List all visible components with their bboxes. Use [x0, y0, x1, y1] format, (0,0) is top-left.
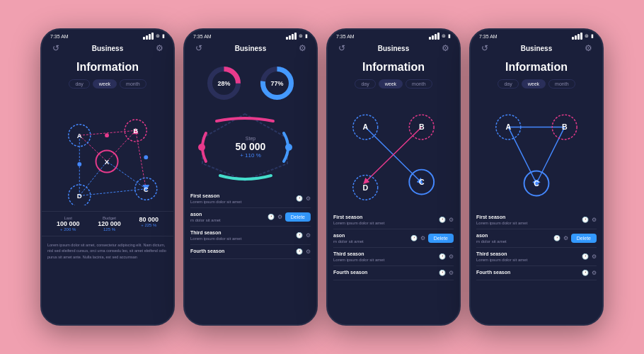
- list-item-4-4: Fourth season 🕐 ⚙: [476, 266, 597, 280]
- network-diagram-1: A B X D C: [42, 96, 173, 205]
- svg-text:D: D: [362, 183, 368, 192]
- tab-week-4[interactable]: week: [522, 79, 546, 88]
- clock-icon-4-1: 🕐: [582, 217, 589, 223]
- svg-text:A: A: [505, 122, 511, 131]
- svg-text:C: C: [534, 179, 539, 188]
- svg-point-28: [198, 144, 205, 151]
- hex-center: Step 50 000 + 110 %: [236, 136, 266, 159]
- gear-icon[interactable]: ⚙: [306, 195, 311, 202]
- donut-1: 28%: [205, 64, 243, 103]
- back-icon-2[interactable]: ↺: [193, 42, 205, 54]
- donut-row: 28% 77%: [185, 64, 316, 103]
- status-icons-4: ⊛ ▮: [572, 33, 594, 40]
- page-title-1: Information: [42, 61, 173, 74]
- phone-3: 7:35 AM ⊛ ▮ ↺ Business ⚙ Information day…: [326, 28, 461, 326]
- header-title-2: Business: [235, 45, 266, 52]
- stat-last: Last 100 000 + 200 %: [57, 216, 80, 232]
- delete-button-4[interactable]: Delete: [571, 234, 597, 243]
- svg-text:B: B: [133, 127, 138, 135]
- delete-button-1[interactable]: Delete: [285, 212, 311, 222]
- gear-icon-4-2[interactable]: ⚙: [563, 235, 568, 241]
- status-icons-2: ⊛ ▮: [286, 33, 308, 40]
- status-icons-3: ⊛ ▮: [429, 33, 451, 40]
- header-2: ↺ Business ⚙: [185, 41, 316, 58]
- hex-area: Step 50 000 + 110 %: [185, 108, 316, 186]
- gear-icon-3-3[interactable]: ⚙: [449, 253, 454, 260]
- svg-text:B: B: [562, 122, 568, 131]
- donut-2-label: 77%: [270, 80, 283, 87]
- list-area-4: First season Lorem ipsum dolor sit amet …: [471, 211, 602, 280]
- header-3: ↺ Business ⚙: [328, 41, 459, 58]
- status-bar-2: 7:35 AM ⊛ ▮: [185, 30, 316, 41]
- status-bar-3: 7:35 AM ⊛ ▮: [328, 30, 459, 41]
- tab-week-3[interactable]: week: [379, 79, 403, 88]
- phones-container: 7:35 AM ⊛ ▮ ↺ Business ⚙ Information day…: [26, 14, 618, 340]
- settings-icon-1[interactable]: ⚙: [154, 42, 165, 54]
- header-title-3: Business: [378, 45, 409, 52]
- list-item-3-1: First season Lorem ipsum dolor sit amet …: [333, 211, 454, 229]
- status-icons-1: ⊛ ▮: [143, 33, 165, 40]
- gear-icon-4-3[interactable]: ⚙: [592, 253, 597, 260]
- phone-4: 7:35 AM ⊛ ▮ ↺ Business ⚙ Information day…: [469, 28, 604, 326]
- status-bar-4: 7:35 AM ⊛ ▮: [471, 30, 602, 41]
- clock-icon-2: 🕐: [268, 214, 275, 220]
- stat-budget: Budget 120 000 125 %: [98, 216, 121, 232]
- hex-value: 50 000: [236, 141, 266, 152]
- network-diagram-3: A B D C: [328, 96, 459, 205]
- back-icon-3[interactable]: ↺: [336, 42, 347, 54]
- clock-icon-3-1: 🕐: [439, 217, 446, 223]
- lorem-text-1: Lorem ipsum dolor sit amet, consectetur …: [42, 242, 173, 260]
- gear-icon-3-2[interactable]: ⚙: [420, 235, 425, 241]
- svg-text:D: D: [77, 192, 82, 200]
- gear-icon-3-4[interactable]: ⚙: [449, 270, 454, 276]
- settings-icon-3[interactable]: ⚙: [439, 42, 451, 54]
- tab-month-3[interactable]: month: [406, 79, 432, 88]
- gear-icon-4-4[interactable]: ⚙: [592, 270, 597, 276]
- page-title-4: Information: [471, 61, 602, 74]
- svg-point-29: [285, 144, 292, 151]
- gear-icon-4-1[interactable]: ⚙: [592, 217, 597, 223]
- settings-icon-4[interactable]: ⚙: [582, 42, 594, 54]
- back-icon-4[interactable]: ↺: [479, 42, 490, 54]
- tab-month-4[interactable]: month: [548, 79, 575, 88]
- tab-month-1[interactable]: month: [120, 79, 146, 88]
- gear-icon-3[interactable]: ⚙: [306, 232, 311, 239]
- list-item-3: Third season Lorem ipsum dolor sit amet …: [190, 227, 311, 245]
- list-item-2: ason m dolor sit amet 🕐 ⚙ Delete: [190, 208, 311, 227]
- gear-icon-4[interactable]: ⚙: [306, 249, 311, 255]
- gear-icon-3-1[interactable]: ⚙: [449, 217, 454, 223]
- phone-2: 7:35 AM ⊛ ▮ ↺ Business ⚙: [183, 28, 318, 326]
- list-item-4: Fourth season 🕐 ⚙: [190, 245, 311, 259]
- clock-icon-4-3: 🕐: [582, 253, 589, 260]
- header-title-4: Business: [521, 45, 552, 52]
- donut-1-label: 28%: [217, 80, 230, 87]
- status-bar-1: 7:35 AM ⊛ ▮: [42, 30, 173, 41]
- tab-day-3[interactable]: day: [355, 79, 375, 88]
- list-area-2: First season Lorem ipsum dolor sit amet …: [185, 190, 316, 259]
- list-area-3: First season Lorem ipsum dolor sit amet …: [328, 211, 459, 280]
- svg-point-20: [105, 133, 109, 137]
- svg-point-22: [144, 155, 148, 159]
- time-3: 7:35 AM: [336, 34, 355, 39]
- clock-icon-3-3: 🕐: [439, 253, 446, 260]
- donut-2: 77%: [258, 64, 297, 103]
- tab-day-4[interactable]: day: [498, 79, 518, 88]
- delete-button-3[interactable]: Delete: [428, 234, 454, 243]
- list-item-4-2: ason m dolor sit amet 🕐 ⚙ Delete: [476, 229, 597, 248]
- svg-text:B: B: [419, 122, 425, 131]
- back-icon-1[interactable]: ↺: [50, 42, 62, 54]
- svg-text:C: C: [144, 185, 149, 193]
- list-item-3-4: Fourth season 🕐 ⚙: [333, 266, 454, 280]
- settings-icon-2[interactable]: ⚙: [297, 42, 308, 54]
- tab-week-1[interactable]: week: [93, 79, 117, 88]
- page-title-3: Information: [328, 61, 459, 74]
- svg-point-21: [77, 162, 81, 166]
- gear-icon-2[interactable]: ⚙: [277, 214, 282, 220]
- time-2: 7:35 AM: [193, 34, 212, 39]
- header-4: ↺ Business ⚙: [471, 41, 602, 58]
- clock-icon-4-4: 🕐: [582, 270, 589, 276]
- tab-day-1[interactable]: day: [69, 79, 89, 88]
- hex-step-label: Step: [236, 136, 266, 141]
- stats-row-1: Last 100 000 + 200 % Budget 120 000 125 …: [42, 211, 173, 236]
- network-diagram-4: A B C: [471, 96, 602, 205]
